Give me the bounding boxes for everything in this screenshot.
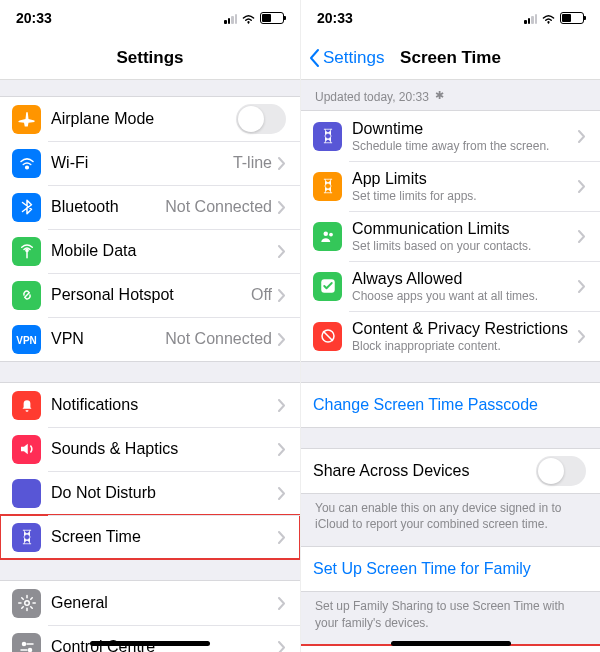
chevron-right-icon (278, 597, 286, 610)
switches-icon (12, 633, 41, 653)
settings-row-control-centre[interactable]: Control Centre (0, 625, 300, 652)
wifi-status-icon (541, 13, 556, 24)
toggle[interactable] (536, 456, 586, 486)
row-detail: Not Connected (165, 198, 272, 216)
status-time: 20:33 (16, 10, 52, 26)
row-title: Content & Privacy Restrictions (352, 320, 578, 338)
status-bar: 20:33 (0, 0, 300, 36)
chevron-right-icon (278, 201, 286, 214)
chevron-right-icon (278, 487, 286, 500)
wifi-status-icon (241, 13, 256, 24)
settings-row-mobile-data[interactable]: Mobile Data (0, 229, 300, 273)
row-subtitle: Choose apps you want at all times. (352, 289, 578, 303)
screentime-row-communication-limits[interactable]: Communication Limits Set limits based on… (301, 211, 600, 261)
svg-point-19 (329, 233, 333, 237)
hourglass-icon (12, 523, 41, 552)
row-title: App Limits (352, 170, 578, 188)
speaker-icon (12, 435, 41, 464)
settings-row-bluetooth[interactable]: Bluetooth Not Connected (0, 185, 300, 229)
svg-point-1 (25, 166, 28, 169)
screen-time-list[interactable]: Updated today, 20:33 Downtime Schedule t… (301, 80, 600, 652)
settings-row-personal-hotspot[interactable]: Personal Hotspot Off (0, 273, 300, 317)
back-button[interactable]: Settings (309, 48, 384, 68)
change-passcode-button[interactable]: Change Screen Time Passcode (301, 383, 600, 427)
screentime-row-content-privacy-restrictions[interactable]: Content & Privacy Restrictions Block ina… (301, 311, 600, 361)
row-title: Notifications (51, 396, 278, 414)
status-bar: 20:33 (301, 0, 600, 36)
settings-screen: 20:33 Settings Airplane Mode Wi-Fi T-lin… (0, 0, 300, 652)
page-title: Settings (116, 48, 183, 68)
share-footer: You can enable this on any device signed… (301, 494, 600, 542)
nosign-icon (313, 322, 342, 351)
chevron-right-icon (578, 280, 586, 293)
settings-row-airplane-mode[interactable]: Airplane Mode (0, 97, 300, 141)
bluetooth-icon (12, 193, 41, 222)
setup-family-button[interactable]: Set Up Screen Time for Family (301, 547, 600, 591)
loading-spinner-icon (435, 91, 447, 103)
chevron-right-icon (278, 443, 286, 456)
screentime-row-app-limits[interactable]: App Limits Set time limits for apps. (301, 161, 600, 211)
settings-list[interactable]: Airplane Mode Wi-Fi T-line Bluetooth Not… (0, 80, 300, 652)
turn-off-screen-time-button[interactable]: Turn Off Screen Time (301, 646, 600, 652)
settings-row-screen-time[interactable]: Screen Time (0, 515, 300, 559)
home-indicator[interactable] (90, 641, 210, 646)
chevron-right-icon (278, 333, 286, 346)
row-subtitle: Block inappropriate content. (352, 339, 578, 353)
settings-row-sounds-haptics[interactable]: Sounds & Haptics (0, 427, 300, 471)
screentime-row-downtime[interactable]: Downtime Schedule time away from the scr… (301, 111, 600, 161)
row-title: Do Not Disturb (51, 484, 278, 502)
row-subtitle: Set time limits for apps. (352, 189, 578, 203)
screen-time-screen: 20:33 Settings Screen Time Updated today… (300, 0, 600, 652)
updated-label: Updated today, 20:33 (301, 80, 600, 108)
svg-point-4 (22, 643, 25, 646)
settings-row-notifications[interactable]: Notifications (0, 383, 300, 427)
row-title: Airplane Mode (51, 110, 236, 128)
moon-icon (12, 479, 41, 508)
row-title: Set Up Screen Time for Family (313, 560, 586, 578)
chevron-right-icon (578, 130, 586, 143)
airplane-icon (12, 105, 41, 134)
settings-row-vpn[interactable]: VPN VPN Not Connected (0, 317, 300, 361)
settings-row-general[interactable]: General (0, 581, 300, 625)
settings-row-wi-fi[interactable]: Wi-Fi T-line (0, 141, 300, 185)
row-title: Mobile Data (51, 242, 278, 260)
row-title: Always Allowed (352, 270, 578, 288)
status-icons (524, 12, 584, 24)
chevron-right-icon (278, 245, 286, 258)
screentime-row-always-allowed[interactable]: Always Allowed Choose apps you want at a… (301, 261, 600, 311)
chevron-right-icon (578, 330, 586, 343)
chevron-right-icon (578, 180, 586, 193)
row-subtitle: Set limits based on your contacts. (352, 239, 578, 253)
hourglass-icon (313, 122, 342, 151)
home-indicator[interactable] (391, 641, 511, 646)
hourglass2-icon (313, 172, 342, 201)
svg-point-5 (28, 649, 31, 652)
row-detail: T-line (233, 154, 272, 172)
svg-point-0 (247, 21, 249, 23)
toggle[interactable] (236, 104, 286, 134)
row-title: Change Screen Time Passcode (313, 396, 586, 414)
antenna-icon (12, 237, 41, 266)
row-title: Wi-Fi (51, 154, 233, 172)
row-detail: Not Connected (165, 330, 272, 348)
row-title: VPN (51, 330, 165, 348)
link-icon (12, 281, 41, 310)
cellular-signal-icon (224, 13, 237, 24)
chevron-right-icon (278, 641, 286, 653)
svg-point-17 (547, 21, 549, 23)
settings-row-do-not-disturb[interactable]: Do Not Disturb (0, 471, 300, 515)
svg-point-3 (24, 601, 29, 606)
check-icon (313, 272, 342, 301)
share-across-devices-row[interactable]: Share Across Devices (301, 449, 600, 493)
cellular-signal-icon (524, 13, 537, 24)
row-subtitle: Schedule time away from the screen. (352, 139, 578, 153)
battery-icon (560, 12, 584, 24)
chevron-right-icon (278, 157, 286, 170)
bell-icon (12, 391, 41, 420)
chevron-right-icon (278, 289, 286, 302)
svg-point-2 (25, 249, 27, 251)
chevron-left-icon (309, 48, 321, 68)
row-detail: Off (251, 286, 272, 304)
chevron-right-icon (278, 531, 286, 544)
status-icons (224, 12, 284, 24)
